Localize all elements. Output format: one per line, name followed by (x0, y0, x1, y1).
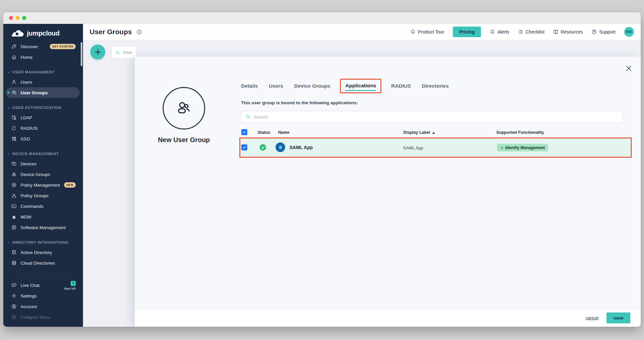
window-zoom-button[interactable] (22, 16, 26, 20)
bell-icon (490, 29, 495, 35)
window-close-button[interactable] (9, 16, 13, 20)
sidebar-item-devices[interactable]: Devices (3, 158, 83, 169)
sso-grid-icon (11, 136, 18, 141)
sidebar-item-home[interactable]: Home (3, 52, 83, 62)
checklist-button[interactable]: Checklist (518, 29, 544, 35)
apple-icon (11, 214, 18, 219)
sidebar-item-account[interactable]: Account (3, 301, 83, 312)
sidebar-item-label: Device Groups (21, 172, 50, 177)
trial-days-badge: 1 (71, 281, 76, 286)
row-checkbox[interactable] (241, 144, 247, 150)
trial-countdown: 1 days left (64, 281, 76, 290)
sidebar-item-policy-groups[interactable]: Policy Groups (3, 190, 83, 201)
sidebar-item-sso[interactable]: SSO (3, 133, 83, 144)
window-minimize-button[interactable] (16, 16, 20, 20)
support-button[interactable]: Support (592, 29, 615, 35)
column-header-status[interactable]: Status (258, 130, 270, 135)
sidebar-item-commands[interactable]: Commands (3, 201, 83, 212)
policy-target-icon (11, 182, 18, 188)
alerts-button[interactable]: Alerts (490, 29, 509, 35)
question-circle-icon (592, 29, 597, 35)
pricing-button[interactable]: Pricing (453, 27, 481, 37)
bell-icon (410, 29, 416, 35)
tab-details[interactable]: Details (241, 83, 258, 89)
sidebar-item-cloud-directories[interactable]: Cloud Directories (3, 258, 83, 268)
column-header-supported-functionality[interactable]: Supported Functionality (496, 130, 544, 135)
tab-applications[interactable]: Applications (345, 83, 376, 89)
sidebar-item-label: Account (21, 304, 37, 309)
section-title: USER AUTHENTICATION (12, 106, 61, 110)
close-icon[interactable] (625, 65, 632, 72)
sidebar-item-radius[interactable]: RADIUS (3, 123, 83, 133)
info-icon[interactable] (136, 29, 142, 35)
chevron-down-icon (7, 106, 10, 109)
page-title: User Groups (90, 28, 132, 36)
section-user-management[interactable]: USER MANAGEMENT (3, 67, 83, 77)
tab-device-groups[interactable]: Device Groups (294, 83, 330, 89)
collapse-arrow-icon (11, 314, 18, 320)
sidebar-item-settings[interactable]: Settings (3, 291, 83, 301)
database-clock-icon (11, 115, 18, 120)
sidebar-item-label: Home (21, 55, 33, 60)
tab-radius[interactable]: RADIUS (391, 83, 411, 89)
cancel-button[interactable]: cancel (586, 315, 599, 320)
user-icon (11, 79, 18, 85)
sidebar-item-device-groups[interactable]: Device Groups (3, 169, 83, 180)
tab-directories[interactable]: Directories (422, 83, 449, 89)
applications-search[interactable] (241, 111, 623, 123)
sidebar-item-label: Software Management (21, 225, 66, 230)
save-button[interactable]: save (606, 312, 630, 323)
rocket-icon (11, 44, 18, 49)
active-item-dot (7, 92, 9, 94)
get-started-badge: GET STARTED (50, 44, 76, 49)
sidebar-divider (10, 274, 76, 275)
user-avatar[interactable]: KK (624, 27, 634, 37)
sidebar: jumpcloud Discover GET STARTED Home USER… (3, 24, 83, 327)
account-icon (11, 304, 18, 309)
chevron-down-icon (7, 71, 10, 74)
device-group-icon (11, 172, 18, 177)
product-tour-button[interactable]: Product Tour (410, 29, 444, 35)
sidebar-item-user-groups[interactable]: User Groups (6, 87, 80, 98)
section-title: DEVICE MANAGEMENT (12, 152, 59, 156)
sidebar-item-live-chat[interactable]: Live Chat 1 days left (3, 280, 83, 291)
sidebar-item-mdm[interactable]: MDM (3, 212, 83, 222)
drawer-tabs: Details Users Device Groups Applications… (241, 79, 449, 93)
gear-icon (11, 293, 18, 298)
active-directory-icon (11, 250, 18, 255)
add-user-group-button[interactable] (90, 44, 105, 59)
table-row[interactable]: S SAML App SAML App Identity Management (240, 138, 631, 157)
list-search-input[interactable]: Sear (112, 46, 136, 58)
column-header-name[interactable]: Name (278, 130, 289, 135)
sidebar-item-active-directory[interactable]: Active Directory (3, 247, 83, 258)
section-user-authentication[interactable]: USER AUTHENTICATION (3, 103, 83, 112)
sidebar-item-users[interactable]: Users (3, 77, 83, 87)
sidebar-item-policy-management[interactable]: Policy Management NEW (3, 180, 83, 190)
jumpcloud-logo[interactable]: jumpcloud (3, 24, 83, 38)
select-all-checkbox[interactable] (241, 129, 247, 135)
sidebar-item-label: MDM (21, 214, 31, 219)
section-directory-integrations[interactable]: DIRECTORY INTEGRATIONS (3, 238, 83, 247)
user-group-icon (11, 90, 18, 95)
list-search-placeholder: Sear (123, 50, 132, 55)
resources-button[interactable]: Resources (553, 29, 583, 35)
app-name: SAML App (289, 145, 313, 150)
sidebar-item-label: Policy Management (21, 183, 60, 188)
sidebar-item-label: SSO (21, 136, 30, 141)
cloud-logo-icon (11, 29, 24, 38)
app-display-label: SAML App (403, 145, 423, 150)
tab-users[interactable]: Users (269, 83, 283, 89)
sidebar-item-discover[interactable]: Discover GET STARTED (3, 41, 83, 52)
section-device-management[interactable]: DEVICE MANAGEMENT (3, 149, 83, 158)
applications-search-input[interactable] (254, 115, 618, 120)
check-icon (500, 146, 504, 149)
sidebar-item-label: Policy Groups (21, 193, 48, 198)
book-icon (553, 29, 558, 35)
sidebar-item-collapse-menu[interactable]: Collapse Menu (3, 312, 83, 322)
sidebar-item-ldap[interactable]: LDAP (3, 112, 83, 123)
column-header-display-label[interactable]: Display Label (403, 130, 435, 135)
section-title: USER MANAGEMENT (12, 70, 55, 74)
sidebar-item-software-management[interactable]: Software Management (3, 222, 83, 233)
user-group-icon (174, 98, 194, 119)
applications-table-header: Status Name Display Label Supported Func… (241, 128, 631, 138)
